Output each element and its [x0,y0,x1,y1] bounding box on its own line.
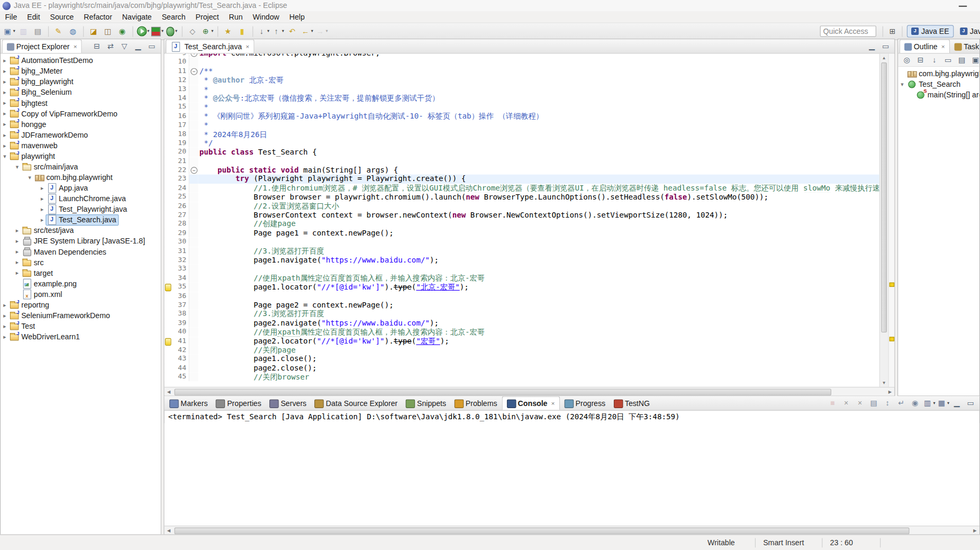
console-body[interactable] [165,423,979,526]
terminate-icon[interactable]: ■ [825,396,839,410]
tab-project-explorer[interactable]: Project Explorer × [2,39,82,53]
sort-icon[interactable]: ↓ [928,53,941,67]
tab-markers[interactable]: Markers [166,397,212,410]
outline-item[interactable]: Smain(String[] args) [898,89,979,100]
collapse-icon[interactable]: ▾ [899,81,905,87]
tree-item[interactable]: ▾src/main/java [1,161,160,172]
expand-icon[interactable]: ▸ [39,217,46,223]
expand-icon[interactable]: ▸ [1,100,8,106]
expand-icon[interactable]: ▸ [1,333,8,340]
close-icon[interactable]: × [246,43,249,50]
tree-item[interactable]: xpom.xml [1,288,160,299]
perspective-java-ee[interactable]: JJava EE [907,25,954,38]
run-icon[interactable]: ▾ [136,24,150,38]
expand-icon[interactable]: ▸ [1,121,8,127]
tab-snippets[interactable]: Snippets [402,397,450,410]
menu-navigate[interactable]: Navigate [117,12,157,22]
link-editor-icon[interactable]: ⇄ [104,39,117,53]
outline-item[interactable]: ▾Test_Search [898,79,979,89]
external-tools-icon[interactable]: ⊕▾ [200,24,214,38]
tab-testng[interactable]: TestNG [610,397,654,410]
expand-icon[interactable]: ▸ [14,227,21,233]
expand-icon[interactable]: ▸ [1,302,8,308]
menu-file[interactable]: File [0,12,22,22]
code-editor[interactable]: 9+import com.microsoft.playwright.Browse… [165,54,879,387]
tree-item[interactable]: ▸Jhongge [1,119,160,129]
tree-item[interactable]: ▸JTest_Search.java [1,214,160,225]
warning-mark[interactable] [890,283,894,287]
collapse-all-icon[interactable]: ⊟ [90,39,104,53]
tree-item[interactable]: ▸target [1,267,160,278]
scroll-left-icon[interactable]: ◀ [165,528,174,533]
menu-refactor[interactable]: Refactor [79,12,117,22]
focus-icon[interactable]: ◎ [900,53,914,67]
expand-icon[interactable]: ▸ [1,78,8,85]
scrollbar-thumb[interactable] [881,62,887,332]
expand-icon[interactable]: ▸ [14,269,21,276]
menu-source[interactable]: Source [45,12,79,22]
back-icon[interactable]: ←▾ [300,24,314,38]
tab-outline[interactable]: Outline × [900,39,950,53]
coverage-icon[interactable]: ▾ [151,24,165,38]
expand-icon[interactable]: ▸ [1,68,8,74]
menu-edit[interactable]: Edit [22,12,45,22]
scroll-left-icon[interactable]: ◀ [165,389,174,394]
expand-icon[interactable]: ▸ [14,238,21,244]
scroll-down-icon[interactable]: ▼ [880,378,888,386]
new-class-icon[interactable]: ◉ [115,24,129,38]
next-annotation-icon[interactable]: ↓▾ [256,24,270,38]
print-icon[interactable]: ▤ [31,24,44,38]
maximize-panel-icon[interactable]: ▭ [879,39,893,53]
menu-help[interactable]: Help [284,12,310,22]
tab-data-source-explorer[interactable]: Data Source Explorer [311,397,401,410]
editor-horizontal-scrollbar[interactable]: ◀ ▶ [165,387,895,396]
open-type-icon[interactable]: ◇ [186,24,199,38]
tab-problems[interactable]: Problems [450,397,501,410]
save-icon[interactable]: ▥ [16,24,30,38]
tree-item[interactable]: ▸JLaunchChrome.java [1,193,160,204]
tree-item[interactable]: example.png [1,278,160,288]
scroll-right-icon[interactable]: ▶ [886,389,895,394]
tree-item[interactable]: ▸Maven Dependencies [1,246,160,257]
mark-occurrences-icon[interactable]: ▮ [235,24,249,38]
forward-icon[interactable]: →▾ [314,24,329,38]
tree-item[interactable]: ▸Jmavenweb [1,140,160,150]
open-console-icon[interactable]: ▦▾ [936,396,950,410]
tree-item[interactable]: ▸Jbjhgtest [1,97,160,108]
warning-mark[interactable] [890,337,894,341]
new-java-project-icon[interactable]: ◪ [87,24,101,38]
expand-icon[interactable]: ▸ [1,323,8,329]
collapse-icon[interactable]: ▾ [26,174,33,181]
display-console-icon[interactable]: ▥▾ [922,396,936,410]
console-horizontal-scrollbar[interactable]: ◀ ▶ [165,526,979,535]
collapse-icon[interactable]: ▾ [1,153,8,159]
tab-test-search-java[interactable]: J Test_Search.java × [166,39,255,53]
tab-progress[interactable]: Progress [560,397,609,410]
previous-annotation-icon[interactable]: ↑▾ [270,24,285,38]
tree-item[interactable]: ▸Jbjhg_JMeter [1,66,160,76]
menu-run[interactable]: Run [224,12,248,22]
tree-item[interactable]: ▸src [1,257,160,267]
search-icon[interactable]: ★ [221,24,235,38]
tab-task-list[interactable]: Task Li [950,40,979,53]
outline-item[interactable]: com.bjhg.playwright [898,68,979,79]
scrollbar-thumb[interactable] [175,527,910,534]
close-icon[interactable]: × [551,400,555,407]
tree-item[interactable]: ▸JSeleniumFrameworkDemo [1,310,160,321]
tree-item[interactable]: ▸JTest_Playwright.java [1,204,160,214]
expand-icon[interactable]: ▸ [1,57,8,64]
last-edit-location-icon[interactable]: ↶ [285,24,299,38]
minimize-window-button[interactable] [959,6,967,7]
editor-vertical-scrollbar[interactable]: ▲ ▼ [879,54,888,387]
tree-item[interactable]: ▸Jreportng [1,300,160,310]
fold-collapse-icon[interactable]: − [190,167,197,174]
fold-expand-icon[interactable]: + [190,54,197,57]
collapse-icon[interactable]: ▾ [14,164,21,170]
expand-icon[interactable]: ▸ [1,132,8,138]
scrollbar-track[interactable] [173,527,970,534]
scrollbar-thumb[interactable] [175,389,831,395]
tree-item[interactable]: ▸JWebDriverLearn1 [1,331,160,342]
pin-console-icon[interactable]: ◉ [908,396,922,410]
expand-icon[interactable]: ▸ [1,312,8,319]
tree-item[interactable]: ▸JRE System Library [JavaSE-1.8] [1,236,160,246]
